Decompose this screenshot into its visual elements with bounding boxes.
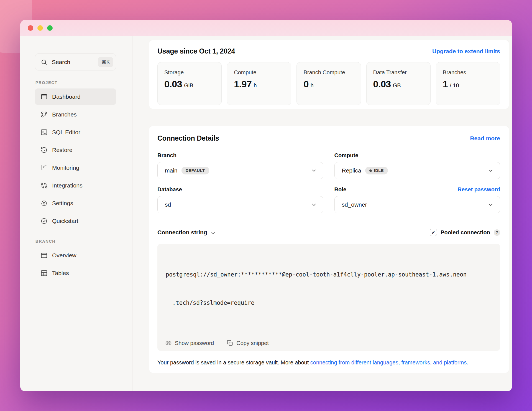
- connection-string-line1: postgresql://sd_owner:************@ep-co…: [166, 270, 492, 279]
- sidebar-item-overview[interactable]: Overview: [35, 247, 116, 263]
- card-label: Storage: [164, 68, 215, 77]
- show-password-button[interactable]: Show password: [165, 340, 214, 346]
- connecting-docs-link[interactable]: connecting from different languages, fra…: [310, 359, 468, 366]
- connection-details-title: Connection Details: [157, 134, 219, 142]
- table-grid-icon: [40, 270, 48, 277]
- app-body: Search ⌘K PROJECT Dashboard Branches: [20, 36, 512, 391]
- sidebar-item-restore[interactable]: Restore: [35, 142, 116, 158]
- card-label: Data Transfer: [373, 68, 424, 77]
- usage-title: Usage since Oct 1, 2024: [157, 47, 235, 55]
- search-icon: [41, 59, 47, 65]
- chevron-down-icon: [488, 168, 494, 174]
- connection-string-label: Connection string: [157, 229, 207, 236]
- help-icon[interactable]: ?: [494, 229, 500, 236]
- database-label: Database: [157, 186, 182, 193]
- integrations-arrows-icon: [40, 182, 48, 189]
- card-label: Branches: [443, 68, 493, 77]
- compute-select[interactable]: Replica IDLE: [334, 162, 500, 179]
- pooled-connection-checkbox[interactable]: ✓: [430, 229, 437, 236]
- role-label: Role: [334, 186, 346, 193]
- usage-card-compute: Compute 1.97h: [227, 62, 291, 105]
- card-value: 0.03: [373, 79, 391, 90]
- card-label: Branch Compute: [303, 68, 354, 77]
- sidebar-item-branches[interactable]: Branches: [35, 106, 116, 123]
- idle-dot-icon: [369, 169, 372, 172]
- card-value: 0: [303, 79, 308, 90]
- password-vault-note: Your password is saved in a secure stora…: [157, 358, 500, 367]
- branch-select[interactable]: main DEFAULT: [157, 162, 323, 179]
- role-select[interactable]: sd_owner: [334, 196, 500, 213]
- sidebar-item-label: Tables: [52, 270, 69, 276]
- sidebar-item-settings[interactable]: Settings: [35, 195, 116, 211]
- reset-password-link[interactable]: Reset password: [458, 186, 500, 193]
- compute-label: Compute: [334, 152, 359, 159]
- chevron-down-icon: [488, 202, 494, 208]
- usage-cards: Storage 0.03GiB Compute 1.97h Branch Com…: [157, 62, 500, 105]
- zoom-window-button[interactable]: [47, 25, 53, 31]
- sidebar-item-quickstart[interactable]: Quickstart: [35, 213, 116, 229]
- minimize-window-button[interactable]: [37, 25, 43, 31]
- card-value: 1.97: [234, 79, 252, 90]
- compute-field: Compute Replica IDLE: [334, 152, 500, 179]
- sidebar-item-label: Quickstart: [52, 218, 78, 224]
- idle-status-badge: IDLE: [365, 167, 388, 174]
- connection-string-line2: .tech/sd?sslmode=require: [166, 298, 492, 308]
- window-titlebar: [20, 20, 512, 36]
- branch-value: main: [165, 167, 178, 174]
- card-value: 1: [443, 79, 448, 90]
- sidebar-item-monitoring[interactable]: Monitoring: [35, 159, 116, 176]
- usage-panel: Usage since Oct 1, 2024 Upgrade to exten…: [149, 40, 509, 109]
- sidebar-section-branch: BRANCH: [35, 239, 116, 243]
- card-unit: / 10: [450, 82, 459, 89]
- pooled-connection-control: ✓ Pooled connection ?: [430, 229, 500, 236]
- role-field: Role Reset password sd_owner: [334, 186, 500, 213]
- sidebar-item-label: Overview: [52, 252, 76, 259]
- history-clock-icon: [40, 146, 48, 154]
- chevron-down-icon: [210, 230, 216, 236]
- default-badge: DEFAULT: [181, 167, 209, 174]
- sidebar-item-label: Integrations: [52, 182, 83, 189]
- sidebar-item-tables[interactable]: Tables: [35, 265, 116, 281]
- card-value: 0.03: [164, 79, 182, 90]
- usage-card-branches: Branches 1/ 10: [436, 62, 500, 105]
- close-window-button[interactable]: [28, 25, 33, 31]
- database-select[interactable]: sd: [157, 196, 323, 213]
- sidebar-item-dashboard[interactable]: Dashboard: [35, 88, 116, 105]
- main-content: Usage since Oct 1, 2024 Upgrade to exten…: [132, 36, 512, 391]
- sidebar-item-label: Restore: [52, 147, 73, 153]
- branch-label: Branch: [157, 152, 177, 159]
- sidebar-item-sql-editor[interactable]: SQL Editor: [35, 124, 116, 140]
- card-label: Compute: [234, 68, 284, 77]
- sidebar-section-project: PROJECT: [35, 80, 116, 85]
- search-shortcut-badge: ⌘K: [98, 57, 113, 67]
- database-value: sd: [165, 201, 171, 208]
- app-window: Search ⌘K PROJECT Dashboard Branches: [20, 20, 512, 391]
- sidebar-item-integrations[interactable]: Integrations: [35, 177, 116, 194]
- search-input[interactable]: Search ⌘K: [35, 54, 116, 70]
- window-icon: [40, 252, 48, 259]
- upgrade-limits-link[interactable]: Upgrade to extend limits: [432, 48, 500, 55]
- sidebar-item-label: Branches: [52, 111, 77, 118]
- chevron-down-icon: [311, 202, 317, 208]
- git-branch-icon: [40, 111, 48, 118]
- sidebar-item-label: SQL Editor: [52, 129, 80, 136]
- read-more-link[interactable]: Read more: [470, 135, 500, 142]
- usage-card-data-transfer: Data Transfer 0.03GB: [366, 62, 431, 105]
- card-unit: h: [254, 82, 257, 89]
- gear-icon: [40, 200, 48, 207]
- copy-icon: [227, 340, 233, 346]
- usage-card-storage: Storage 0.03GiB: [157, 62, 222, 105]
- terminal-icon: [40, 129, 48, 136]
- sidebar-item-label: Monitoring: [52, 164, 79, 171]
- search-label: Search: [52, 59, 70, 65]
- pooled-connection-label: Pooled connection: [441, 229, 490, 236]
- connection-string-codeblock: postgresql://sd_owner:************@ep-co…: [157, 244, 500, 351]
- copy-snippet-button[interactable]: Copy snippet: [227, 340, 269, 346]
- card-unit: h: [311, 82, 314, 89]
- connection-string-toggle[interactable]: Connection string: [157, 229, 216, 236]
- eye-icon: [165, 340, 172, 346]
- compute-value: Replica: [342, 167, 361, 174]
- show-password-label: Show password: [175, 340, 214, 346]
- role-value: sd_owner: [342, 201, 367, 208]
- usage-card-branch-compute: Branch Compute 0h: [296, 62, 361, 105]
